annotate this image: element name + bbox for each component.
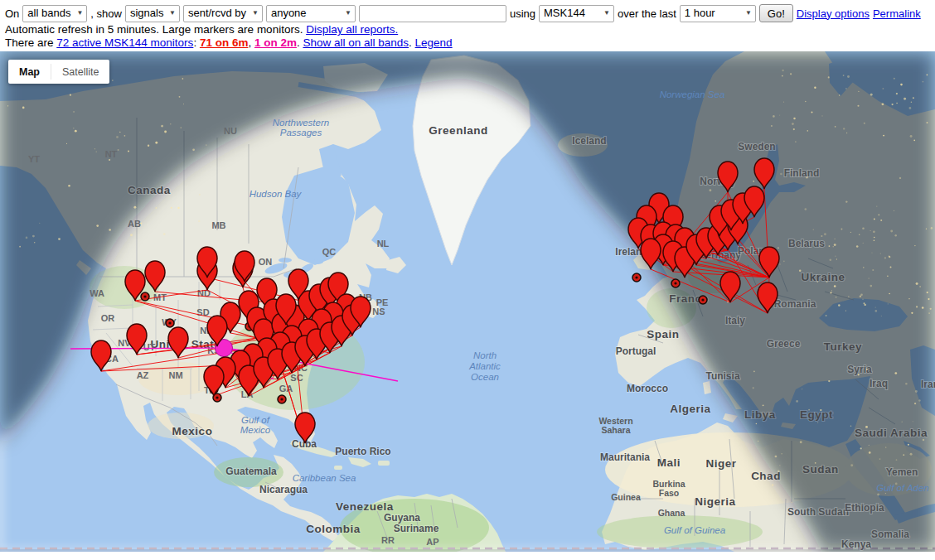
map-label: Mauritania	[600, 451, 650, 463]
sentrcvd-select[interactable]: sent/rcvd by	[183, 5, 263, 22]
colon-text: :	[193, 36, 200, 49]
timespan-select-wrap: 1 hour	[680, 5, 756, 22]
map-label: NS	[372, 307, 385, 316]
map-label: Guyana	[384, 512, 420, 524]
map-type-satellite-button[interactable]: Satellite	[51, 60, 109, 84]
map-label: Iran	[921, 379, 935, 390]
display-options-link[interactable]: Display options	[797, 7, 870, 20]
map-label: Ukraine	[801, 271, 845, 283]
query-controls-row: On all bands , show signals sent/rcvd by…	[5, 3, 930, 23]
map-label: Kenya	[841, 538, 871, 550]
monitors-2m-link[interactable]: 1 on 2m	[254, 36, 297, 49]
mode-select-wrap: MSK144	[539, 5, 614, 22]
map-label: Greece	[767, 338, 801, 350]
map-type-map-button[interactable]: Map	[8, 60, 51, 84]
map-label: Yemen	[886, 466, 918, 478]
report-marker[interactable]	[671, 279, 680, 287]
map-label: Colombia	[306, 523, 361, 535]
map-label: Egypt	[800, 408, 833, 421]
map-label: Guinea	[611, 492, 641, 502]
map-label: Canada	[128, 184, 171, 196]
legend-link[interactable]: Legend	[415, 36, 453, 49]
monitors-6m-link[interactable]: 71 on 6m	[200, 36, 249, 49]
map-label: Algeria	[670, 403, 710, 415]
report-marker[interactable]	[699, 296, 707, 304]
overlast-label: over the last	[618, 7, 676, 20]
map-label: WA	[90, 288, 104, 298]
map-label: MB	[211, 220, 225, 230]
map-label: Northwestern	[273, 118, 329, 128]
map-type-control: Map Satellite	[8, 60, 109, 84]
show-all-bands-link[interactable]: Show all on all bands	[303, 36, 409, 49]
display-all-reports-link[interactable]: Display all reports.	[306, 23, 398, 36]
jamaica-island	[334, 466, 342, 470]
map-label: Iceland	[572, 135, 606, 147]
map-label: Sahara	[601, 425, 630, 435]
map-label: Morocco	[627, 383, 668, 394]
signals-select[interactable]: signals	[125, 5, 180, 22]
map-label: Atlantic	[468, 361, 501, 371]
map-label: Syria	[847, 364, 872, 375]
map-label: Somalia	[871, 529, 909, 540]
anyone-select-wrap: anyone	[266, 5, 356, 22]
map-label: Gulf of Aden	[876, 483, 929, 493]
go-button[interactable]: Go!	[759, 4, 793, 22]
map-label: Ocean	[471, 372, 499, 382]
map-label: Spain	[647, 328, 679, 340]
map-label: Mexico	[240, 425, 271, 435]
report-marker[interactable]	[166, 319, 174, 327]
map-label: Portugal	[616, 345, 656, 357]
pskreporter-page: { "header": { "on_label": "On", "band_se…	[0, 0, 935, 560]
map-label: Ethiopia	[845, 502, 884, 514]
map-label: NL	[377, 239, 390, 249]
map-label: AB	[128, 219, 141, 229]
timespan-select[interactable]: 1 hour	[680, 5, 756, 22]
mode-select[interactable]: MSK144	[539, 5, 614, 22]
map-label: NM	[168, 370, 182, 380]
signals-select-wrap: signals	[125, 5, 180, 22]
map-label: Turkey	[824, 340, 862, 353]
map-label: SC	[290, 373, 303, 383]
map-label: Tunisia	[705, 370, 739, 382]
sentrcvd-select-wrap: sent/rcvd by	[183, 5, 263, 22]
puerto-rico-island	[378, 461, 390, 466]
callsign-input[interactable]	[359, 5, 506, 22]
band-select[interactable]: all bands	[22, 5, 87, 22]
map-label: Nigeria	[695, 495, 735, 508]
monitors-row: There are 72 active MSK144 monitors: 71 …	[5, 36, 930, 50]
map-label: AZ	[137, 370, 149, 380]
map-label: NT	[105, 149, 118, 159]
map-label: UT	[143, 342, 156, 352]
map-label: QC	[322, 247, 337, 257]
map-label: RR	[381, 535, 395, 545]
dot2-text: .	[409, 36, 415, 49]
map-label: Suriname	[394, 523, 439, 534]
map-label: Italy	[725, 315, 745, 326]
map-label: Hudson Bay	[249, 189, 303, 199]
map-label: Faso	[659, 488, 680, 498]
map-label: Niger	[705, 457, 736, 470]
map-label: Caribbean Sea	[293, 473, 356, 483]
map-label: Libya	[744, 408, 776, 421]
map-label: YT	[28, 154, 40, 164]
map-canvas[interactable]: CanadaUnited StatesGreenlandIcelandMexic…	[0, 51, 935, 552]
map-label: Sudan	[802, 463, 839, 476]
refresh-text: Automatic refresh in 5 minutes. Large ma…	[5, 23, 306, 36]
report-marker[interactable]	[278, 395, 286, 403]
map-label: North	[473, 350, 497, 360]
map-label: Greenland	[429, 124, 487, 137]
report-marker[interactable]	[632, 273, 641, 282]
map-label: Gulf of Guinea	[664, 525, 725, 535]
map-label: ON	[259, 257, 273, 267]
report-marker[interactable]	[141, 292, 149, 301]
active-monitors-link[interactable]: 72 active MSK144 monitors	[56, 36, 193, 49]
map-label: GA	[279, 384, 293, 393]
map-label: Puerto Rico	[335, 446, 390, 457]
world-map[interactable]: Map Satellite	[0, 51, 935, 552]
permalink-link[interactable]: Permalink	[873, 7, 921, 20]
map-label: Belarus	[788, 238, 825, 249]
anyone-select[interactable]: anyone	[266, 5, 356, 22]
map-label: Norwegian Sea	[660, 89, 725, 99]
using-label: using	[510, 7, 535, 20]
map-label: South Sudan	[787, 506, 849, 518]
